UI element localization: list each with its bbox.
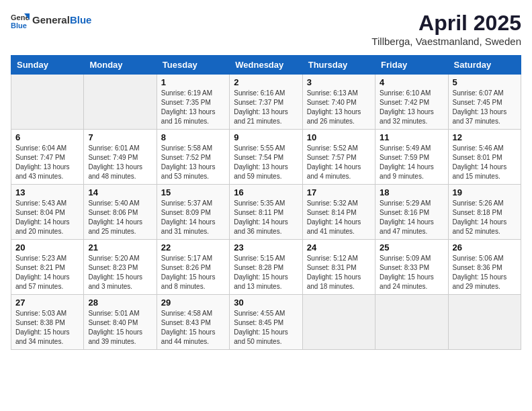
calendar-cell: 23Sunrise: 5:15 AM Sunset: 8:28 PM Dayli…: [230, 240, 302, 295]
day-number: 23: [234, 242, 298, 253]
day-number: 22: [161, 242, 225, 253]
calendar-cell: 18Sunrise: 5:29 AM Sunset: 8:16 PM Dayli…: [375, 185, 448, 240]
day-info: Sunrise: 5:49 AM Sunset: 7:59 PM Dayligh…: [380, 144, 443, 181]
day-number: 4: [380, 77, 443, 87]
calendar-cell: 26Sunrise: 5:06 AM Sunset: 8:36 PM Dayli…: [448, 240, 521, 295]
calendar-cell: 1Sunrise: 6:19 AM Sunset: 7:35 PM Daylig…: [157, 75, 229, 130]
day-info: Sunrise: 5:43 AM Sunset: 8:04 PM Dayligh…: [15, 199, 79, 236]
day-info: Sunrise: 6:16 AM Sunset: 7:37 PM Dayligh…: [234, 89, 298, 126]
calendar-week-row: 6Sunrise: 6:04 AM Sunset: 7:47 PM Daylig…: [11, 130, 521, 185]
calendar-cell: 3Sunrise: 6:13 AM Sunset: 7:40 PM Daylig…: [302, 75, 375, 130]
day-number: 25: [380, 242, 443, 253]
day-number: 10: [307, 132, 371, 142]
calendar-cell: 5Sunrise: 6:07 AM Sunset: 7:45 PM Daylig…: [448, 75, 521, 130]
day-info: Sunrise: 5:52 AM Sunset: 7:57 PM Dayligh…: [307, 144, 371, 181]
day-info: Sunrise: 5:09 AM Sunset: 8:33 PM Dayligh…: [380, 254, 443, 291]
day-number: 26: [453, 242, 517, 253]
calendar-cell: 29Sunrise: 4:58 AM Sunset: 8:43 PM Dayli…: [157, 295, 229, 350]
weekday-header-tuesday: Tuesday: [157, 56, 229, 75]
day-info: Sunrise: 5:23 AM Sunset: 8:21 PM Dayligh…: [15, 254, 79, 291]
calendar-cell: 8Sunrise: 5:58 AM Sunset: 7:52 PM Daylig…: [157, 130, 229, 185]
day-number: 8: [161, 132, 225, 142]
day-info: Sunrise: 5:46 AM Sunset: 8:01 PM Dayligh…: [453, 144, 517, 181]
calendar-cell: [302, 295, 375, 350]
day-number: 3: [307, 77, 371, 87]
day-number: 9: [234, 132, 298, 142]
day-info: Sunrise: 5:17 AM Sunset: 8:26 PM Dayligh…: [161, 254, 225, 291]
day-number: 28: [88, 298, 152, 308]
day-number: 29: [161, 298, 225, 308]
title-area: April 2025 Tillberga, Vaestmanland, Swed…: [371, 11, 521, 47]
day-number: 5: [453, 77, 517, 87]
weekday-header-wednesday: Wednesday: [230, 56, 302, 75]
day-number: 13: [15, 187, 79, 197]
weekday-header-thursday: Thursday: [302, 56, 375, 75]
day-number: 19: [453, 187, 517, 197]
location-title: Tillberga, Vaestmanland, Sweden: [371, 36, 521, 47]
day-info: Sunrise: 6:04 AM Sunset: 7:47 PM Dayligh…: [15, 144, 79, 181]
day-info: Sunrise: 5:26 AM Sunset: 8:18 PM Dayligh…: [453, 199, 517, 236]
calendar-cell: 20Sunrise: 5:23 AM Sunset: 8:21 PM Dayli…: [11, 240, 84, 295]
calendar-week-row: 20Sunrise: 5:23 AM Sunset: 8:21 PM Dayli…: [11, 240, 521, 295]
day-info: Sunrise: 5:35 AM Sunset: 8:11 PM Dayligh…: [234, 199, 298, 236]
calendar-cell: 10Sunrise: 5:52 AM Sunset: 7:57 PM Dayli…: [302, 130, 375, 185]
day-number: 17: [307, 187, 371, 197]
calendar-cell: 16Sunrise: 5:35 AM Sunset: 8:11 PM Dayli…: [230, 185, 302, 240]
calendar-cell: 7Sunrise: 6:01 AM Sunset: 7:49 PM Daylig…: [84, 130, 157, 185]
day-info: Sunrise: 5:06 AM Sunset: 8:36 PM Dayligh…: [453, 254, 517, 291]
calendar-cell: 27Sunrise: 5:03 AM Sunset: 8:38 PM Dayli…: [11, 295, 84, 350]
day-info: Sunrise: 5:37 AM Sunset: 8:09 PM Dayligh…: [161, 199, 225, 236]
page-header: General Blue GeneralBlue April 2025 Till…: [11, 11, 521, 47]
calendar-cell: 9Sunrise: 5:55 AM Sunset: 7:54 PM Daylig…: [230, 130, 302, 185]
day-number: 24: [307, 242, 371, 253]
calendar-week-row: 1Sunrise: 6:19 AM Sunset: 7:35 PM Daylig…: [11, 75, 521, 130]
day-number: 30: [234, 298, 298, 308]
calendar-cell: 28Sunrise: 5:01 AM Sunset: 8:40 PM Dayli…: [84, 295, 157, 350]
calendar-cell: 25Sunrise: 5:09 AM Sunset: 8:33 PM Dayli…: [375, 240, 448, 295]
month-title: April 2025: [371, 11, 521, 36]
logo: General Blue GeneralBlue: [11, 11, 91, 30]
calendar-cell: 17Sunrise: 5:32 AM Sunset: 8:14 PM Dayli…: [302, 185, 375, 240]
weekday-header-sunday: Sunday: [11, 56, 84, 75]
day-info: Sunrise: 5:20 AM Sunset: 8:23 PM Dayligh…: [88, 254, 152, 291]
day-info: Sunrise: 5:29 AM Sunset: 8:16 PM Dayligh…: [380, 199, 443, 236]
day-number: 27: [15, 298, 79, 308]
day-info: Sunrise: 5:58 AM Sunset: 7:52 PM Dayligh…: [161, 144, 225, 181]
calendar-cell: [375, 295, 448, 350]
calendar-cell: 2Sunrise: 6:16 AM Sunset: 7:37 PM Daylig…: [230, 75, 302, 130]
calendar-cell: [84, 75, 157, 130]
weekday-header-saturday: Saturday: [448, 56, 521, 75]
day-info: Sunrise: 6:10 AM Sunset: 7:42 PM Dayligh…: [380, 89, 443, 126]
day-number: 21: [88, 242, 152, 253]
day-info: Sunrise: 6:13 AM Sunset: 7:40 PM Dayligh…: [307, 89, 371, 126]
calendar-cell: 30Sunrise: 4:55 AM Sunset: 8:45 PM Dayli…: [230, 295, 302, 350]
weekday-header-row: SundayMondayTuesdayWednesdayThursdayFrid…: [11, 56, 521, 75]
day-info: Sunrise: 5:55 AM Sunset: 7:54 PM Dayligh…: [234, 144, 298, 181]
calendar-cell: 22Sunrise: 5:17 AM Sunset: 8:26 PM Dayli…: [157, 240, 229, 295]
calendar-cell: 15Sunrise: 5:37 AM Sunset: 8:09 PM Dayli…: [157, 185, 229, 240]
calendar-cell: 4Sunrise: 6:10 AM Sunset: 7:42 PM Daylig…: [375, 75, 448, 130]
day-info: Sunrise: 5:01 AM Sunset: 8:40 PM Dayligh…: [88, 309, 152, 347]
day-info: Sunrise: 5:03 AM Sunset: 8:38 PM Dayligh…: [15, 309, 79, 347]
calendar-cell: 13Sunrise: 5:43 AM Sunset: 8:04 PM Dayli…: [11, 185, 84, 240]
day-info: Sunrise: 5:15 AM Sunset: 8:28 PM Dayligh…: [234, 254, 298, 291]
day-number: 6: [15, 132, 79, 142]
day-number: 1: [161, 77, 225, 87]
day-number: 11: [380, 132, 443, 142]
calendar-week-row: 27Sunrise: 5:03 AM Sunset: 8:38 PM Dayli…: [11, 295, 521, 350]
day-number: 2: [234, 77, 298, 87]
day-number: 15: [161, 187, 225, 197]
day-info: Sunrise: 6:01 AM Sunset: 7:49 PM Dayligh…: [88, 144, 152, 181]
logo-icon: General Blue: [11, 11, 30, 30]
calendar-cell: 14Sunrise: 5:40 AM Sunset: 8:06 PM Dayli…: [84, 185, 157, 240]
day-info: Sunrise: 5:40 AM Sunset: 8:06 PM Dayligh…: [88, 199, 152, 236]
calendar-cell: 24Sunrise: 5:12 AM Sunset: 8:31 PM Dayli…: [302, 240, 375, 295]
calendar-week-row: 13Sunrise: 5:43 AM Sunset: 8:04 PM Dayli…: [11, 185, 521, 240]
day-info: Sunrise: 5:12 AM Sunset: 8:31 PM Dayligh…: [307, 254, 371, 291]
calendar-cell: 19Sunrise: 5:26 AM Sunset: 8:18 PM Dayli…: [448, 185, 521, 240]
day-info: Sunrise: 4:55 AM Sunset: 8:45 PM Dayligh…: [234, 309, 298, 347]
day-info: Sunrise: 5:32 AM Sunset: 8:14 PM Dayligh…: [307, 199, 371, 236]
calendar-table: SundayMondayTuesdayWednesdayThursdayFrid…: [11, 55, 521, 350]
calendar-cell: [11, 75, 84, 130]
day-number: 18: [380, 187, 443, 197]
